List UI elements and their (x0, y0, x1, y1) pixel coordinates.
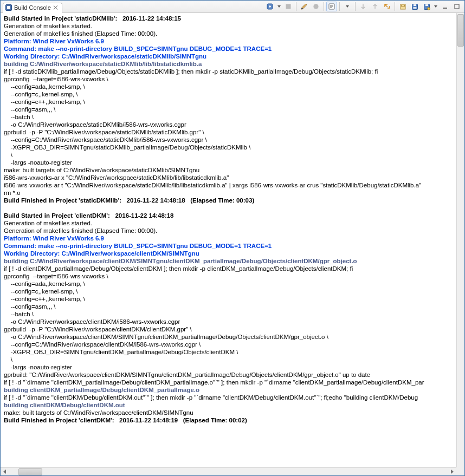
log-line: -largs -noauto-register (4, 159, 455, 166)
remove-launch-menu[interactable] (276, 2, 282, 11)
edit-config-button[interactable] (299, 2, 309, 11)
log-line: Build Finished in Project 'clientDKM': 2… (4, 416, 455, 424)
log-line: Generation of makefiles finished (Elapse… (4, 227, 455, 234)
log-line: \ (4, 356, 455, 363)
log-line: Working Directory: C:/WindRiver/workspac… (4, 250, 455, 257)
log-line (4, 424, 455, 432)
log-line: make: built targets of C:/WindRiver/work… (4, 409, 455, 416)
tab-title: Build Console (14, 4, 51, 11)
log-line: building C:/WindRiver/workspace/clientDK… (4, 257, 455, 265)
log-line: -o C:/WindRiver/workspace/clientDKM/SIMN… (4, 333, 455, 341)
log-line: --config=c,,kernel-smp, \ (4, 90, 455, 98)
view-toolbar: Build Console (1, 1, 464, 13)
log-line: gprbuild -p -P "C:/WindRiver/workspace/c… (4, 325, 455, 333)
pin-console-button[interactable] (421, 2, 432, 11)
show-on-error-button[interactable] (382, 2, 392, 11)
console-icon (5, 4, 12, 11)
tab-build-console[interactable]: Build Console (3, 3, 62, 13)
svg-rect-11 (425, 4, 428, 6)
log-line: Platform: Wind River VxWorks 6.9 (4, 234, 455, 242)
log-line: if [ ! -d staticDKMlib_partialImage/Debu… (4, 68, 455, 75)
log-line: -o C:/WindRiver/workspace/clientDKM/i586… (4, 318, 455, 325)
log-line: Build Started in Project 'clientDKM': 20… (4, 212, 455, 219)
log-line: --config=c++,,kernel-smp, \ (4, 295, 455, 303)
separator-icon (296, 2, 296, 11)
log-line: if [ ! -d clientDKM_partialImage/Debug/O… (4, 265, 455, 272)
log-line: -largs -noauto-register (4, 363, 455, 371)
save-to-file-button[interactable] (409, 2, 420, 11)
scrollbar-corner (456, 467, 464, 475)
log-line: building clientDKM/Debug/clientDKM.out (4, 401, 455, 409)
log-line: if [ ! -d "`dirname "clientDKM/Debug/cli… (4, 394, 455, 401)
log-line: building C:/WindRiver/workspace/staticDK… (4, 60, 455, 68)
prev-error-button[interactable] (370, 2, 380, 11)
remove-launch-button[interactable] (264, 2, 275, 11)
separator-icon (395, 2, 395, 11)
log-line: \ (4, 151, 455, 159)
log-line: Generation of makefiles started. (4, 219, 455, 227)
separator-icon (355, 2, 356, 11)
log-line: --config=c++,,kernel-smp, \ (4, 98, 455, 106)
separator-icon (324, 2, 324, 11)
log-line: --config=ada,,kernel-smp, \ (4, 83, 455, 90)
remove-all-button[interactable] (283, 2, 294, 11)
log-line: --config=ada,,kernel-smp, \ (4, 280, 455, 288)
svg-rect-14 (455, 4, 459, 9)
svg-rect-2 (301, 8, 303, 9)
log-line: Build Finished in Project 'staticDKMlib'… (4, 197, 455, 204)
log-line: -XGPR_OBJ_DIR=SIMNTgnu/staticDKMlib_part… (4, 144, 455, 151)
log-line: building clientDKM_partialImage/Debug/cl… (4, 386, 455, 394)
log-line: --config=C:/WindRiver/workspace/clientDK… (4, 341, 455, 348)
log-line: gprconfig --target=i586-wrs-vxworks \ (4, 272, 455, 280)
maximize-button[interactable] (451, 2, 462, 11)
log-line: gprbuild -p -P "C:/WindRiver/workspace/s… (4, 128, 455, 136)
log-line: Command: make --no-print-directory BUILD… (4, 45, 455, 53)
log-line: --config=asm,,, \ (4, 303, 455, 310)
scroll-right-button[interactable] (448, 468, 456, 475)
scrollbar-thumb[interactable] (18, 468, 42, 475)
log-line: Generation of makefiles started. (4, 22, 455, 30)
scrollbar-track[interactable] (9, 468, 448, 475)
log-line: Platform: Wind River VxWorks 6.9 (4, 37, 455, 45)
svg-point-12 (427, 7, 430, 10)
log-line: i586-wrs-vxworks-ar x "C:/WindRiver/work… (4, 174, 455, 181)
log-line: rm *.o (4, 189, 455, 197)
scroll-lock-button[interactable] (326, 2, 337, 11)
log-line: --config=C:/WindRiver/workspace/staticDK… (4, 136, 455, 144)
separator-icon (339, 2, 340, 11)
log-line: --batch \ (4, 310, 455, 318)
horizontal-scrollbar[interactable] (1, 467, 456, 475)
save-console-button[interactable] (397, 2, 408, 11)
log-line: make: built targets of C:/WindRiver/work… (4, 166, 455, 174)
vertical-scrollbar[interactable] (456, 13, 464, 467)
log-line: --batch \ (4, 113, 455, 121)
log-line: i586-wrs-vxworks-ar t "C:/WindRiver/work… (4, 181, 455, 189)
close-icon[interactable] (53, 5, 59, 10)
log-line: -o C:/WindRiver/workspace/staticDKMlib/i… (4, 121, 455, 128)
next-error-button[interactable] (358, 2, 369, 11)
log-line: Build Started in Project 'staticDKMlib':… (4, 15, 455, 22)
minimize-button[interactable] (440, 2, 450, 11)
log-line: Working Directory: C:/WindRiver/workspac… (4, 53, 455, 60)
log-line: Generation of makefiles finished (Elapse… (4, 30, 455, 37)
log-line: Command: make --no-print-directory BUILD… (4, 242, 455, 250)
svg-rect-8 (414, 4, 416, 6)
log-line: -XGPR_OBJ_DIR=SIMNTgnu/clientDKM_partial… (4, 348, 455, 356)
log-line: gprbuild: "C:/WindRiver/workspace/client… (4, 371, 455, 379)
console-output[interactable]: Build Started in Project 'staticDKMlib':… (1, 13, 456, 467)
svg-rect-13 (443, 8, 447, 9)
log-line: --config=asm,,, \ (4, 106, 455, 113)
svg-rect-9 (413, 7, 416, 9)
console-area: Build Started in Project 'staticDKMlib':… (1, 13, 464, 475)
svg-point-4 (315, 6, 317, 8)
view-menu[interactable] (433, 2, 438, 11)
log-line (4, 204, 455, 212)
scroll-left-button[interactable] (1, 468, 9, 475)
settings-button[interactable] (311, 2, 321, 11)
log-line: if [ ! -d "`dirname "clientDKM_partialIm… (4, 379, 455, 386)
scrollbar-thumb[interactable] (457, 14, 464, 47)
log-line: --config=c,,kernel-smp, \ (4, 288, 455, 295)
log-line: gprconfig --target=i586-wrs-vxworks \ (4, 75, 455, 83)
console-switcher-menu[interactable] (342, 2, 353, 11)
